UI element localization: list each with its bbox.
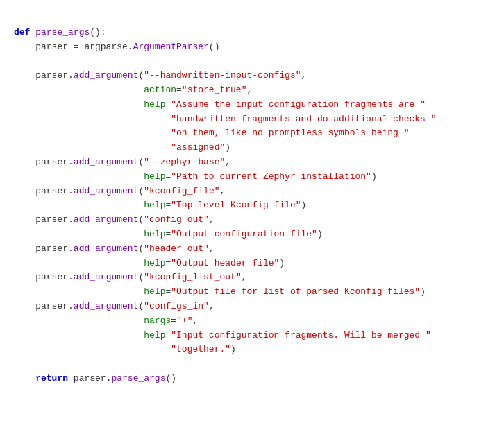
string-assume: "Assume the: [171, 99, 236, 110]
string-path-zephyr: "Path to current Zephyr installation": [171, 171, 371, 182]
string-on-them: "on them, like no promptless symbols bei…: [171, 128, 409, 138]
param-help-3: help: [144, 200, 165, 210]
method-add-argument-4: add_argument: [74, 214, 139, 225]
method-add-argument-6: add_argument: [74, 272, 139, 282]
keyword-return: return: [35, 373, 68, 384]
param-help-5: help: [144, 258, 165, 268]
string-kconfig-file: "kconfig_file": [144, 186, 219, 196]
string-configs-in: "configs_in": [144, 301, 209, 311]
method-add-argument-7: add_argument: [74, 301, 139, 311]
string-output-config: "Output configuration file": [171, 229, 317, 239]
string-handwritten-input: "--handwritten-input-configs": [144, 70, 301, 80]
string-store-true: "store_true": [182, 85, 247, 95]
param-action: action: [144, 85, 176, 95]
param-help-2: help: [144, 171, 165, 182]
string-output-list: "Output file for list of parsed Kconfig …: [171, 286, 420, 297]
param-help-4: help: [144, 229, 165, 239]
method-parse-args-call: parse_args: [111, 373, 165, 384]
string-input-keyword: input: [236, 99, 263, 110]
param-nargs: nargs: [144, 316, 171, 326]
code-block: def parse_args(): parser = argparse.Argu…: [14, 11, 465, 401]
string-header-out: "header_out": [144, 243, 209, 254]
keyword-def: def: [14, 27, 30, 37]
string-config-out: "config_out": [144, 214, 209, 225]
method-add-argument-5: add_argument: [74, 243, 139, 254]
method-add-argument-3: add_argument: [74, 186, 139, 196]
string-together: "together.": [171, 344, 230, 354]
param-help-6: help: [144, 286, 165, 297]
string-zephyr-base: "--zephyr-base": [144, 157, 225, 167]
code-container: def parse_args(): parser = argparse.Argu…: [0, 0, 479, 448]
string-assigned: "assigned": [171, 142, 225, 153]
string-toplevel-kconfig: "Top-level Kconfig file": [171, 200, 301, 210]
string-input-config-frags: "Input configuration fragments. Will be …: [171, 330, 430, 341]
param-help-1: help: [144, 99, 165, 110]
string-handwritten: "handwritten fragments and do additional…: [171, 114, 436, 124]
method-add-argument-2: add_argument: [74, 157, 139, 167]
string-kconfig-list-out: "kconfig_list_out": [144, 272, 241, 282]
method-add-argument-1: add_argument: [74, 70, 139, 80]
string-assume-2: configuration fragments are ": [263, 99, 426, 110]
string-output-header: "Output header file": [171, 258, 279, 268]
function-name: parse_args: [35, 27, 90, 37]
param-help-7: help: [144, 330, 165, 341]
string-nargs-plus: "+": [176, 316, 192, 326]
method-argumentparser: ArgumentParser: [133, 42, 209, 52]
